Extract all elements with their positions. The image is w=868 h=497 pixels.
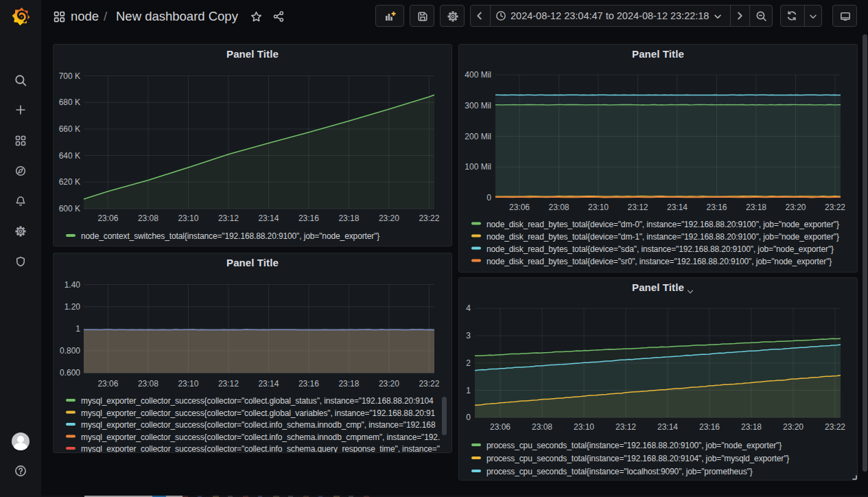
svg-text:2: 2 (466, 358, 471, 368)
svg-text:23:22: 23:22 (419, 213, 439, 223)
svg-text:node_context_switches_total{in: node_context_switches_total{instance="19… (81, 231, 379, 241)
svg-text:620 K: 620 K (59, 177, 80, 187)
svg-text:23:18: 23:18 (338, 379, 359, 389)
svg-text:23:06: 23:06 (97, 213, 118, 223)
svg-text:23:14: 23:14 (258, 379, 279, 389)
svg-text:600 K: 600 K (59, 204, 80, 213)
svg-text:23:22: 23:22 (419, 379, 439, 389)
svg-text:23:12: 23:12 (218, 379, 239, 389)
svg-text:23:18: 23:18 (741, 422, 762, 432)
svg-text:300 Mil: 300 Mil (465, 101, 491, 111)
svg-text:23:10: 23:10 (178, 379, 198, 389)
svg-text:23:10: 23:10 (574, 422, 594, 432)
svg-text:node_disk_read_bytes_total{dev: node_disk_read_bytes_total{device="dm-0"… (486, 220, 839, 229)
svg-text:23:14: 23:14 (258, 213, 279, 223)
svg-text:mysql_exporter_collector_succe: mysql_exporter_collector_success{collect… (81, 432, 440, 442)
svg-text:process_cpu_seconds_total{inst: process_cpu_seconds_total{instance="192.… (486, 454, 789, 463)
svg-text:23:16: 23:16 (699, 422, 720, 432)
svg-text:mysql_exporter_collector_succe: mysql_exporter_collector_success{collect… (81, 408, 436, 418)
svg-text:23:18: 23:18 (746, 203, 766, 212)
svg-text:23:12: 23:12 (627, 203, 648, 212)
svg-text:node_disk_read_bytes_total{dev: node_disk_read_bytes_total{device="sr0",… (486, 257, 832, 266)
svg-text:23:10: 23:10 (588, 203, 609, 212)
svg-text:23:08: 23:08 (138, 213, 159, 223)
svg-text:0: 0 (486, 193, 491, 203)
svg-text:23:20: 23:20 (379, 213, 399, 223)
svg-text:23:16: 23:16 (298, 379, 319, 389)
svg-text:23:06: 23:06 (490, 422, 511, 432)
svg-text:23:18: 23:18 (338, 213, 359, 223)
svg-text:4: 4 (466, 303, 471, 313)
svg-text:mysql_exporter_collector_succe: mysql_exporter_collector_success{collect… (81, 396, 434, 406)
svg-text:23:14: 23:14 (657, 422, 678, 432)
svg-text:23:06: 23:06 (97, 379, 118, 389)
svg-text:23:08: 23:08 (138, 379, 159, 389)
svg-text:23:20: 23:20 (783, 422, 804, 432)
svg-text:process_cpu_seconds_total{inst: process_cpu_seconds_total{instance="loca… (486, 467, 753, 476)
svg-text:0.800: 0.800 (60, 346, 80, 356)
svg-text:mysql_exporter_collector_succe: mysql_exporter_collector_success{collect… (81, 444, 440, 453)
svg-text:23:16: 23:16 (298, 213, 319, 223)
svg-text:1: 1 (466, 386, 471, 395)
svg-text:400 Mil: 400 Mil (465, 70, 491, 80)
svg-text:23:12: 23:12 (615, 422, 636, 432)
svg-text:0: 0 (466, 413, 471, 422)
svg-text:node_disk_read_bytes_total{dev: node_disk_read_bytes_total{device="sda",… (486, 244, 834, 254)
svg-text:mysql_exporter_collector_succe: mysql_exporter_collector_success{collect… (81, 420, 436, 430)
svg-text:23:10: 23:10 (178, 213, 198, 223)
svg-text:100 Mil: 100 Mil (465, 162, 491, 172)
svg-text:1: 1 (75, 324, 80, 334)
svg-text:23:06: 23:06 (509, 203, 530, 212)
svg-text:3: 3 (466, 331, 471, 340)
svg-text:23:08: 23:08 (548, 203, 569, 212)
svg-text:23:12: 23:12 (218, 213, 239, 223)
svg-text:200 Mil: 200 Mil (465, 132, 491, 141)
svg-text:23:22: 23:22 (825, 203, 845, 212)
svg-text:node_disk_read_bytes_total{dev: node_disk_read_bytes_total{device="dm-1"… (486, 232, 839, 242)
svg-text:700 K: 700 K (59, 71, 80, 81)
svg-text:23:08: 23:08 (532, 422, 552, 432)
svg-text:23:14: 23:14 (667, 203, 688, 212)
svg-text:23:16: 23:16 (706, 203, 727, 212)
svg-text:23:22: 23:22 (825, 422, 845, 432)
svg-text:0.600: 0.600 (60, 368, 80, 378)
svg-text:23:20: 23:20 (785, 203, 806, 212)
svg-text:process_cpu_seconds_total{inst: process_cpu_seconds_total{instance="192.… (486, 441, 782, 450)
svg-text:660 K: 660 K (59, 124, 80, 134)
svg-text:23:20: 23:20 (379, 379, 399, 389)
svg-text:640 K: 640 K (59, 151, 80, 161)
svg-text:680 K: 680 K (59, 97, 80, 107)
svg-text:1.40: 1.40 (64, 280, 81, 290)
svg-text:1.20: 1.20 (64, 302, 81, 312)
